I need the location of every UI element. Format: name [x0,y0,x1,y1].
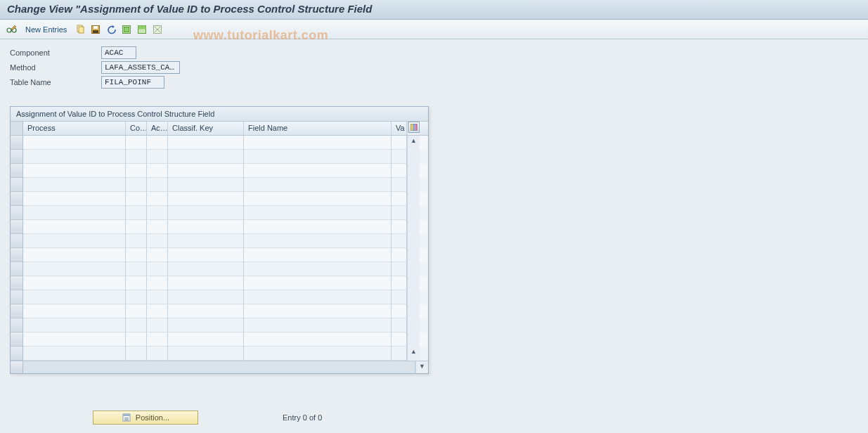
cell-classif-key[interactable] [168,347,244,361]
cell-ac[interactable] [147,318,168,332]
vscroll-track[interactable] [407,262,420,276]
cell-co[interactable] [126,234,147,248]
cell-co[interactable] [126,276,147,290]
row-selector[interactable] [11,318,23,332]
cell-classif-key[interactable] [168,248,244,262]
cell-co[interactable] [126,304,147,318]
vscroll-track[interactable] [407,206,420,220]
row-selector[interactable] [11,248,23,262]
cell-field-name[interactable] [244,178,391,192]
cell-va[interactable] [391,234,407,248]
cell-va[interactable] [391,164,407,178]
cell-va[interactable] [391,220,407,234]
cell-co[interactable] [126,332,147,347]
cell-co[interactable] [126,192,147,206]
cell-va[interactable] [391,178,407,192]
row-selector[interactable] [11,304,23,318]
cell-classif-key[interactable] [168,276,244,290]
col-header-process[interactable]: Process [23,122,126,135]
cell-field-name[interactable] [244,206,391,220]
glasses-pencil-icon[interactable] [6,23,18,36]
cell-ac[interactable] [147,262,168,276]
cell-va[interactable] [391,192,407,206]
deselect-all-icon[interactable] [151,23,164,36]
cell-co[interactable] [126,248,147,262]
vscroll-track[interactable] [407,164,420,178]
cell-classif-key[interactable] [168,164,244,178]
cell-co[interactable] [126,220,147,234]
cell-va[interactable] [391,136,407,150]
cell-co[interactable] [126,262,147,276]
cell-ac[interactable] [147,304,168,318]
cell-co[interactable] [126,347,147,361]
cell-ac[interactable] [147,276,168,290]
cell-process[interactable] [23,262,126,276]
row-selector[interactable] [11,192,23,206]
cell-process[interactable] [23,220,126,234]
cell-field-name[interactable] [244,304,391,318]
col-header-ac[interactable]: Ac… [147,122,168,135]
cell-ac[interactable] [147,234,168,248]
cell-ac[interactable] [147,164,168,178]
col-header-field-name[interactable]: Field Name [244,122,391,135]
position-button[interactable]: Position... [93,411,198,425]
cell-classif-key[interactable] [168,192,244,206]
cell-va[interactable] [391,332,407,347]
cell-classif-key[interactable] [168,290,244,304]
cell-process[interactable] [23,304,126,318]
row-selector[interactable] [11,276,23,290]
col-header-va[interactable]: Va [391,122,407,135]
vscroll-track[interactable] [407,332,420,347]
cell-process[interactable] [23,192,126,206]
cell-va[interactable] [391,304,407,318]
vscroll-track[interactable] [407,192,420,206]
col-header-classif-key[interactable]: Classif. Key [168,122,244,135]
cell-ac[interactable] [147,206,168,220]
cell-co[interactable] [126,206,147,220]
cell-classif-key[interactable] [168,150,244,164]
cell-co[interactable] [126,178,147,192]
scroll-up-icon[interactable]: ▲ [409,136,419,146]
cell-process[interactable] [23,178,126,192]
cell-field-name[interactable] [244,220,391,234]
table-settings-icon[interactable] [408,122,420,133]
cell-va[interactable] [391,248,407,262]
cell-ac[interactable] [147,347,168,361]
row-selector[interactable] [11,136,23,150]
vscroll-track[interactable] [407,234,420,248]
cell-field-name[interactable] [244,347,391,361]
cell-classif-key[interactable] [168,220,244,234]
cell-co[interactable] [126,290,147,304]
cell-co[interactable] [126,136,147,150]
row-selector[interactable] [11,347,23,361]
row-selector[interactable] [11,332,23,347]
cell-va[interactable] [391,206,407,220]
select-block-icon[interactable] [136,23,148,36]
cell-field-name[interactable] [244,276,391,290]
cell-field-name[interactable] [244,164,391,178]
cell-field-name[interactable] [244,290,391,304]
row-selector[interactable] [11,234,23,248]
cell-va[interactable] [391,150,407,164]
cell-ac[interactable] [147,192,168,206]
undo-icon[interactable] [105,23,117,36]
select-all-icon[interactable] [120,23,133,36]
new-entries-button[interactable]: New Entries [21,24,71,35]
cell-co[interactable] [126,164,147,178]
cell-ac[interactable] [147,290,168,304]
cell-process[interactable] [23,234,126,248]
cell-process[interactable] [23,290,126,304]
row-selector[interactable] [11,178,23,192]
scroll-down-bottom-icon[interactable]: ▼ [417,361,427,371]
cell-classif-key[interactable] [168,304,244,318]
cell-classif-key[interactable] [168,318,244,332]
cell-process[interactable] [23,318,126,332]
cell-ac[interactable] [147,220,168,234]
cell-field-name[interactable] [244,248,391,262]
row-selector[interactable] [11,290,23,304]
cell-field-name[interactable] [244,332,391,347]
cell-process[interactable] [23,347,126,361]
cell-field-name[interactable] [244,318,391,332]
cell-va[interactable] [391,262,407,276]
cell-classif-key[interactable] [168,234,244,248]
